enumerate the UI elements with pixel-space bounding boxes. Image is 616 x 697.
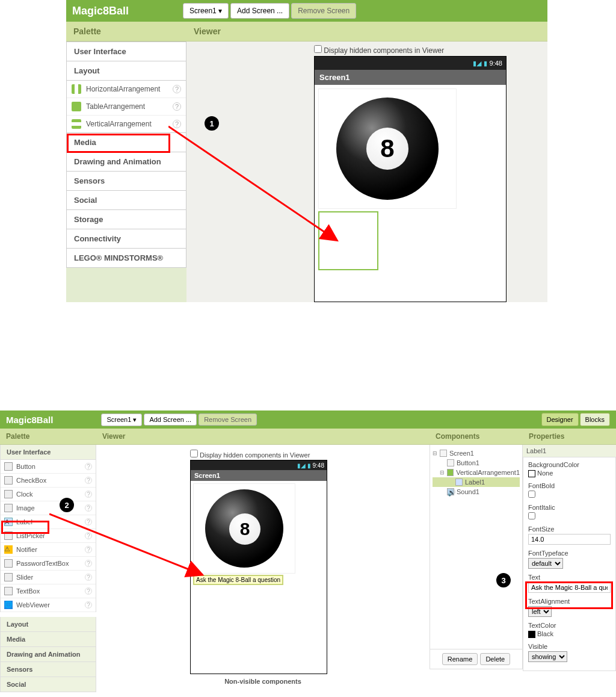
help-icon[interactable]: ? [85,546,92,553]
help-icon[interactable]: ? [85,560,92,567]
vertical-arrangement-icon [72,119,81,129]
palette-cat-sensors[interactable]: Sensors [0,662,96,677]
help-icon[interactable]: ? [85,587,92,595]
status-clock: 9:48 [313,462,324,469]
palette-cat-layout[interactable]: Layout [0,617,96,632]
remove-screen-button[interactable]: Remove Screen [199,414,257,426]
collapse-icon[interactable]: ⊟ [440,469,446,476]
add-screen-button[interactable]: Add Screen ... [230,3,289,19]
phone-screen-title: Screen1 [315,70,506,85]
phone-canvas[interactable]: 8 Ask the Magic 8-Ball a question [191,481,327,674]
palette-cat-media[interactable]: Media [0,632,96,647]
item-label: VerticalArrangement [86,120,152,128]
help-icon[interactable]: ? [85,463,92,470]
tree-item-sound1[interactable]: Sound1 [457,488,479,495]
palette-item-clock[interactable]: Clock? [1,488,96,501]
button1-image[interactable]: 8 [318,88,457,209]
help-icon[interactable]: ? [173,102,181,111]
prop-fonttypeface-label: FontTypeface [528,550,611,557]
add-screen-button[interactable]: Add Screen ... [144,414,197,426]
vertical-arrangement-drop-target[interactable] [318,211,378,270]
help-icon[interactable]: ? [85,491,92,498]
component-tree[interactable]: ⊟Screen1 Button1 ⊟VerticalArrangement1 L… [430,445,523,649]
palette-item-vertical-arrangement[interactable]: VerticalArrangement ? [67,116,186,132]
screen-dropdown[interactable]: Screen1 ▾ [101,414,142,426]
viewer-header: Viewer [186,22,547,42]
color-swatch-none [528,470,535,477]
tree-item-button1[interactable]: Button1 [457,459,479,466]
display-hidden-checkbox[interactable] [314,45,322,53]
annotation-number-2: 2 [60,498,74,512]
help-icon[interactable]: ? [85,601,92,609]
palette-item-passwordtextbox[interactable]: PasswordTextBox? [1,557,96,571]
item-label: PasswordTextBox [16,560,69,567]
screen-dropdown[interactable]: Screen1 ▾ [183,3,229,19]
prop-backgroundcolor-value[interactable]: None [528,469,611,477]
item-label: Clock [16,491,33,498]
help-icon[interactable]: ? [85,518,92,525]
palette-item-image[interactable]: Image? [1,501,96,515]
palette-item-webviewer[interactable]: 🌐WebViewer? [1,598,96,612]
palette-cat-media[interactable]: Media [66,133,186,152]
phone-canvas[interactable]: 8 [315,85,506,302]
palette-item-textbox[interactable]: TextBox? [1,584,96,598]
help-icon[interactable]: ? [85,574,92,581]
image-icon [4,504,13,512]
palette-cat-ui[interactable]: User Interface [0,445,96,460]
palette-item-notifier[interactable]: ⚠Notifier? [1,543,96,557]
delete-button[interactable]: Delete [480,653,510,665]
phone-status-bar: ▮◢ ▮ 9:48 [191,460,327,470]
help-icon[interactable]: ? [85,532,92,539]
remove-screen-button[interactable]: Remove Screen [291,3,356,19]
prop-textcolor-value[interactable]: Black [528,630,611,638]
prop-visible-select[interactable]: showing [528,651,567,662]
tree-item-va1[interactable]: VerticalArrangement1 [456,469,520,476]
palette-header: Palette [0,429,96,445]
app-title: Magic8Ball [72,5,129,17]
palette-cat-sensors[interactable]: Sensors [66,172,186,191]
prop-fontsize-input[interactable] [528,534,611,545]
palette-cat-drawing[interactable]: Drawing and Animation [66,152,186,172]
help-icon[interactable]: ? [85,504,92,512]
prop-text-input[interactable] [528,582,611,593]
palette-item-checkbox[interactable]: CheckBox? [1,474,96,488]
prop-fontbold-checkbox[interactable] [528,491,535,498]
palette-cat-storage[interactable]: Storage [66,210,186,229]
palette-item-label[interactable]: ALabel? [1,515,96,529]
button1-image[interactable]: 8 [193,483,295,574]
designer-tab[interactable]: Designer [541,413,579,426]
palette-cat-social[interactable]: Social [66,191,186,210]
tree-item-label1[interactable]: Label1 [465,479,485,486]
prop-fonttypeface-select[interactable]: default [528,558,563,569]
palette-cat-social[interactable]: Social [0,677,96,692]
rename-button[interactable]: Rename [442,653,478,665]
palette-item-button[interactable]: Button? [1,460,96,474]
palette-item-table-arrangement[interactable]: TableArrangement ? [67,98,186,116]
help-icon[interactable]: ? [173,85,181,93]
prop-textalignment-select[interactable]: left [528,606,552,617]
palette-item-horizontal-arrangement[interactable]: HorizontalArrangement ? [67,81,186,98]
collapse-icon[interactable]: ⊟ [433,450,439,456]
palette-cat-lego[interactable]: LEGO® MINDSTORMS® [66,249,186,268]
palette-cat-ui[interactable]: User Interface [66,42,186,61]
listpicker-icon [4,531,13,540]
label1-in-preview[interactable]: Ask the Magic 8-Ball a question [193,575,283,585]
palette-header: Palette [66,22,186,42]
palette-cat-drawing[interactable]: Drawing and Animation [0,647,96,662]
prop-textcolor-label: TextColor [528,622,611,629]
display-hidden-checkbox[interactable] [190,450,198,457]
eight-ball-image: 8 [205,489,283,568]
tree-item-screen1[interactable]: Screen1 [449,450,474,457]
label-icon: A [4,518,13,526]
palette-item-slider[interactable]: Slider? [1,571,96,584]
help-icon[interactable]: ? [85,477,92,484]
sound-icon: 🔊 [447,488,454,495]
help-icon[interactable]: ? [173,120,181,128]
palette-cat-layout[interactable]: Layout [66,61,186,81]
palette-item-listpicker[interactable]: ListPicker? [1,529,96,543]
annotation-number-1: 1 [205,116,219,131]
palette-cat-connectivity[interactable]: Connectivity [66,229,186,249]
blocks-tab[interactable]: Blocks [580,413,610,426]
prop-fontitalic-checkbox[interactable] [528,512,535,519]
wifi-icon: ▮◢ [297,462,306,469]
